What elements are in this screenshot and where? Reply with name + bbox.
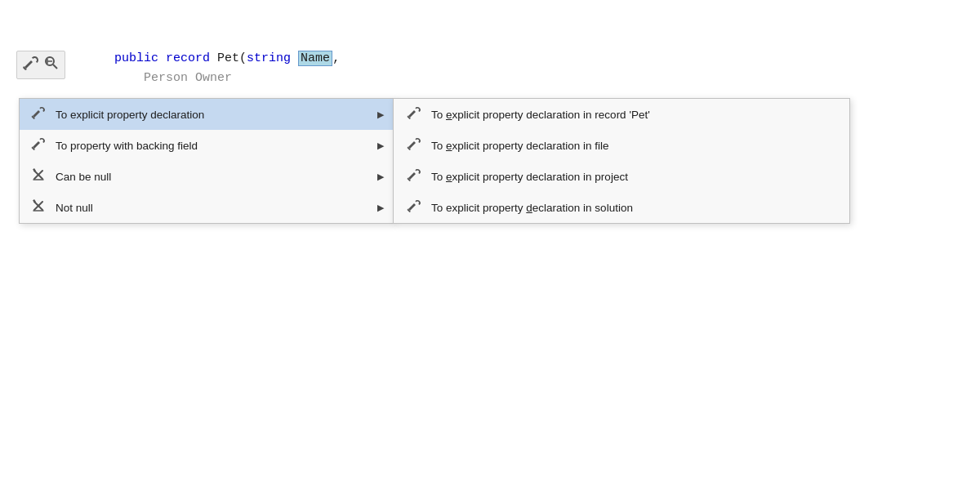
menu-item-not-null[interactable]: Not null ▶ (20, 192, 394, 223)
svg-line-1 (53, 65, 57, 69)
menu-label-not-null: Not null (56, 202, 369, 214)
context-menu: To explicit property declaration ▶ To pr… (19, 98, 394, 224)
submenu-icon-in-file (405, 136, 423, 154)
submenu-arrow-backing-field: ▶ (377, 140, 384, 151)
search-scope-icon[interactable] (43, 55, 60, 75)
submenu-label-in-record: To explicit property declaration in reco… (431, 109, 650, 121)
submenu-item-in-file[interactable]: To explicit property declaration in file (394, 130, 849, 161)
submenu-arrow-explicit-property: ▶ (377, 109, 384, 120)
code-line-1: public record Pet(string Name, (114, 49, 980, 69)
submenu-label-in-solution: To explicit property declaration in solu… (431, 202, 633, 214)
toolbar (16, 51, 65, 79)
menu-item-backing-field[interactable]: To property with backing field ▶ (20, 130, 394, 161)
submenu: To explicit property declaration in reco… (393, 98, 850, 224)
keyword-record: record (166, 51, 210, 65)
keyword-public: public (114, 51, 158, 65)
wrench-icon[interactable] (22, 55, 38, 75)
menu-label-backing-field: To property with backing field (56, 140, 369, 152)
type-string: string (247, 51, 291, 65)
submenu-icon-in-solution (405, 198, 423, 216)
submenu-arrow-not-null: ▶ (377, 203, 384, 213)
editor-area: public record Pet(string Name, Person Ow… (0, 0, 980, 490)
menu-label-explicit-property: To explicit property declaration (56, 109, 369, 121)
submenu-icon-in-record (405, 105, 423, 123)
menu-icon-not-null (29, 198, 47, 216)
code-line-2: Person Owner (114, 69, 980, 88)
submenu-icon-in-project (405, 167, 423, 185)
submenu-label-in-project: To explicit property declaration in proj… (431, 171, 628, 183)
menu-icon-backing-field (29, 136, 47, 154)
submenu-item-in-solution[interactable]: To explicit property declaration in solu… (394, 192, 849, 223)
menu-icon-explicit-property (29, 105, 47, 123)
submenu-item-in-project[interactable]: To explicit property declaration in proj… (394, 161, 849, 192)
menu-item-explicit-property[interactable]: To explicit property declaration ▶ (20, 99, 394, 130)
submenu-arrow-can-be-null: ▶ (377, 172, 384, 182)
highlighted-name: Name (298, 51, 332, 66)
submenu-label-in-file: To explicit property declaration in file (431, 140, 609, 152)
submenu-item-in-record[interactable]: To explicit property declaration in reco… (394, 99, 849, 130)
menu-label-can-be-null: Can be null (56, 171, 369, 183)
menu-item-can-be-null[interactable]: Can be null ▶ (20, 161, 394, 192)
menu-icon-can-be-null (29, 167, 47, 185)
